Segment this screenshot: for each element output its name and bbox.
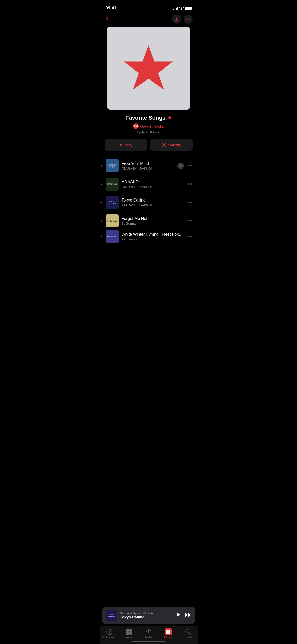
now-playing-controls	[176, 612, 191, 619]
song-actions-3: •••	[187, 199, 194, 206]
song-title-1: Free Your Mind	[122, 161, 174, 166]
now-playing-thumb: TOKYO CALLING	[106, 610, 117, 621]
now-playing-forward-button[interactable]	[185, 613, 191, 618]
tab-library-label: Library	[164, 636, 172, 639]
song-actions-1: •••	[177, 162, 194, 170]
song-info-1: Free Your Mind ATARASHII GAKKO!	[122, 161, 174, 170]
svg-point-13	[148, 631, 149, 633]
svg-rect-11	[126, 632, 129, 635]
svg-rect-9	[126, 629, 129, 632]
song-more-4[interactable]: •••	[187, 217, 194, 225]
tab-search-label: Search	[184, 636, 192, 639]
playlist-author[interactable]: GADGETHACKS Gadget Hacks	[105, 123, 193, 129]
svg-point-0	[186, 19, 187, 20]
more-options-button[interactable]	[184, 15, 193, 24]
song-star-5: ★	[100, 235, 103, 238]
svg-rect-17	[168, 632, 170, 634]
tab-search[interactable]: Search	[180, 629, 195, 639]
song-thumb-5: PENTATONIX	[106, 230, 119, 243]
shuffle-button[interactable]: Shuffle	[150, 139, 193, 151]
svg-point-2	[189, 19, 190, 20]
signal-icon	[173, 6, 178, 10]
playlist-favorite-star: ★	[167, 115, 172, 121]
song-item[interactable]: ★ St Germain Forget Me Not St Germain ••…	[100, 212, 198, 230]
library-icon	[165, 628, 172, 635]
star-artwork	[121, 41, 176, 95]
song-title-4: Forget Me Not	[122, 216, 184, 221]
song-more-5[interactable]: •••	[187, 233, 194, 240]
song-more-3[interactable]: •••	[187, 199, 194, 206]
now-playing-subtitle: iPhone → System Capture	[120, 612, 173, 615]
song-item[interactable]: ★ PENTATONIX White Winter Hymnal (Fleet …	[100, 230, 198, 243]
search-icon	[185, 629, 191, 635]
download-button[interactable]	[172, 15, 181, 24]
tab-library[interactable]: Library	[161, 628, 176, 639]
playlist-info: Favorite Songs ★ GADGETHACKS Gadget Hack…	[100, 115, 198, 139]
svg-rect-10	[129, 629, 132, 632]
song-artist-2: ATARASHII GAKKO!	[122, 185, 184, 189]
tab-radio[interactable]: Radio	[141, 629, 156, 639]
song-title-5: White Winter Hymnal (Fleet Foxes Cover)	[122, 232, 184, 237]
tab-listen-now[interactable]: Listen Now	[102, 629, 117, 639]
tab-listen-now-label: Listen Now	[103, 636, 115, 639]
wifi-icon	[179, 7, 184, 10]
svg-marker-6	[188, 613, 191, 617]
playlist-updated: Updated 6d ago	[105, 130, 193, 134]
song-item[interactable]: ★ ATARASHII GAKKO! NEXT Free Your Mind A…	[100, 157, 198, 175]
song-actions-5: •••	[187, 233, 194, 240]
status-bar: 09:41	[100, 0, 198, 13]
playlist-title: Favorite Songs ★	[105, 115, 193, 121]
song-artist-4: St Germain	[122, 222, 184, 225]
song-actions-4: •••	[187, 217, 194, 225]
song-more-1[interactable]: •••	[187, 162, 194, 170]
song-info-3: Tokyo Calling ATARASHII GAKKO!	[122, 198, 184, 207]
svg-rect-15	[168, 630, 170, 632]
tab-radio-label: Radio	[145, 636, 152, 639]
svg-marker-8	[109, 631, 111, 633]
svg-rect-12	[129, 632, 132, 635]
home-indicator	[132, 641, 165, 642]
radio-icon	[145, 629, 152, 635]
song-actions-2: •••	[187, 181, 194, 188]
battery-icon	[185, 7, 192, 10]
back-button[interactable]	[105, 15, 110, 23]
svg-marker-5	[185, 613, 188, 617]
song-artist-1: ATARASHII GAKKO!	[122, 167, 174, 170]
song-more-2[interactable]: •••	[187, 181, 194, 188]
song-info-4: Forget Me Not St Germain	[122, 216, 184, 225]
svg-marker-4	[177, 612, 180, 617]
author-name: Gadget Hacks	[140, 124, 164, 128]
now-playing-play-button[interactable]	[176, 612, 181, 619]
tab-browse[interactable]: Browse	[121, 629, 137, 639]
play-button[interactable]: Play	[105, 139, 147, 151]
song-thumb-1: ATARASHII GAKKO! NEXT	[106, 159, 119, 172]
song-info-2: HANAKO ATARASHII GAKKO!	[122, 180, 184, 189]
song-item[interactable]: ★ HANAKO HANAKO ATARASHII GAKKO! •••	[100, 175, 198, 193]
author-badge: GADGETHACKS	[133, 123, 139, 129]
listen-now-icon	[106, 629, 113, 635]
song-list: ★ ATARASHII GAKKO! NEXT Free Your Mind A…	[100, 157, 198, 243]
song-star-4: ★	[100, 219, 103, 223]
album-art	[107, 27, 190, 110]
nav-bar	[100, 13, 198, 27]
album-art-container	[100, 27, 198, 115]
song-artist-3: ATARASHII GAKKO!	[122, 203, 184, 207]
song-star-3: ★	[100, 201, 103, 204]
song-thumb-3: TOKYO CALLING	[106, 196, 119, 209]
status-time: 09:41	[106, 6, 116, 11]
song-download-1[interactable]	[177, 163, 184, 169]
tab-browse-label: Browse	[125, 636, 133, 639]
song-item[interactable]: ★ TOKYO CALLING Tokyo Calling ATARASHII …	[100, 193, 198, 212]
song-star-1: ★	[100, 164, 103, 168]
song-thumb-4: St Germain	[106, 214, 119, 227]
now-playing-title: Tokyo Calling	[120, 615, 173, 619]
song-title-3: Tokyo Calling	[122, 198, 184, 203]
nav-right	[172, 15, 193, 24]
now-playing-bar[interactable]: TOKYO CALLING iPhone → System Capture To…	[102, 607, 195, 624]
svg-line-19	[189, 633, 190, 635]
song-title-2: HANAKO	[122, 180, 184, 184]
song-info-5: White Winter Hymnal (Fleet Foxes Cover) …	[122, 232, 184, 241]
now-playing-info: iPhone → System Capture Tokyo Calling	[120, 612, 173, 619]
song-thumb-2: HANAKO	[106, 178, 119, 191]
song-star-2: ★	[100, 183, 103, 186]
